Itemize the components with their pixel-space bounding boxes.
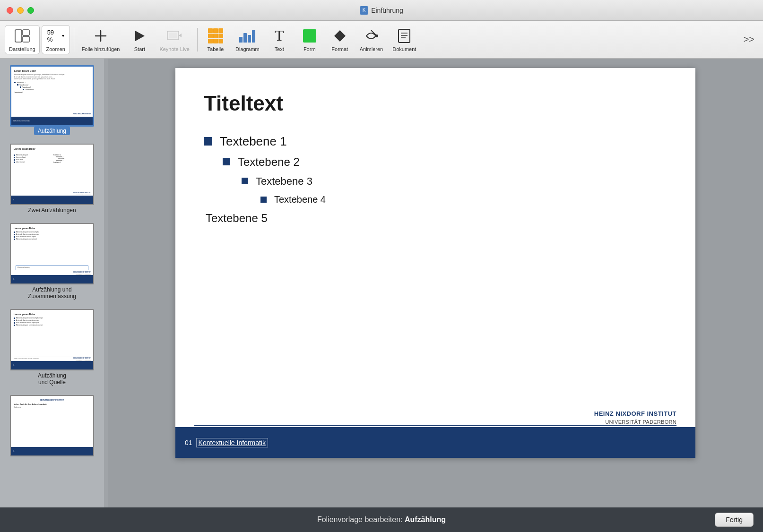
chart-label: Diagramm xyxy=(235,46,260,52)
animate-button[interactable]: Animieren xyxy=(356,25,387,55)
format-label: Format xyxy=(331,46,348,52)
svg-rect-1 xyxy=(23,30,29,35)
format-icon xyxy=(331,27,348,44)
chart-icon xyxy=(239,27,256,44)
slide-panel: Lorem Ipsum Dolor Maecenas aliquam maece… xyxy=(0,59,104,507)
bottom-bar: Folienvorlage bearbeiten: Aufzählung Fer… xyxy=(0,507,763,532)
svg-rect-7 xyxy=(169,33,177,38)
chart-button[interactable]: Diagramm xyxy=(232,25,263,55)
bullet-level5: Textebene 5 xyxy=(204,212,667,225)
bullet-square-3 xyxy=(242,178,248,184)
slide-thumb-frame-5: HEINZ NIXDORF INSTITUT Vielen Dank für I… xyxy=(10,395,94,456)
more-button[interactable]: >> xyxy=(740,32,758,47)
document-label: Dokument xyxy=(392,46,416,52)
canvas-area[interactable]: Titeltext Textebene 1 Textebene 2 Texteb… xyxy=(108,59,763,507)
bottom-bar-label: Folienvorlage bearbeiten: Aufzählung xyxy=(317,515,446,524)
svg-rect-2 xyxy=(23,36,29,42)
darstellung-label: Darstellung xyxy=(9,46,35,52)
divider-2 xyxy=(197,28,198,51)
table-icon xyxy=(207,27,224,44)
document-button[interactable]: Dokument xyxy=(389,25,420,55)
text-label: Text xyxy=(275,46,284,52)
slide-2-label: Zwei Aufzählungen xyxy=(26,205,78,215)
window-title: K Einführung xyxy=(360,6,403,15)
format-button[interactable]: Format xyxy=(326,25,354,55)
svg-marker-8 xyxy=(179,34,182,37)
document-icon xyxy=(396,27,413,44)
slide-thumb-frame-1: Lorem Ipsum Dolor Maecenas aliquam maece… xyxy=(10,65,94,127)
footer-link[interactable]: Kontextuelle Informatik xyxy=(196,438,268,447)
zoom-button[interactable]: 59 % ▾ Zoomen xyxy=(42,25,70,54)
zoom-label: Zoomen xyxy=(46,46,65,52)
slide-thumbnail-5[interactable]: HEINZ NIXDORF INSTITUT Vielen Dank für I… xyxy=(0,392,104,462)
keynote-live-label: Keynote Live xyxy=(159,46,190,52)
svg-point-9 xyxy=(375,34,378,37)
sidebar-resize-handle[interactable] xyxy=(104,59,108,507)
bullet-square-4 xyxy=(260,197,267,203)
svg-rect-0 xyxy=(15,30,22,42)
close-button[interactable] xyxy=(7,7,13,14)
keynote-live-button: Keynote Live xyxy=(156,25,193,55)
slide-thumb-frame-4: Lorem Ipsum Dolor Maecenas aliquam maece… xyxy=(10,309,94,370)
add-slide-icon xyxy=(92,27,109,44)
maximize-button[interactable] xyxy=(27,7,34,14)
slide-footer: 01 Kontextuelle Informatik xyxy=(175,427,695,458)
minimize-button[interactable] xyxy=(17,7,24,14)
window-controls xyxy=(7,7,34,14)
bullet-level3: Textebene 3 xyxy=(242,175,667,188)
zoom-icon: 59 % ▾ xyxy=(47,27,64,44)
bullet-square-2 xyxy=(223,158,230,165)
slide-thumbnail-4[interactable]: Lorem Ipsum Dolor Maecenas aliquam maece… xyxy=(0,306,104,389)
toolbar: Darstellung 59 % ▾ Zoomen Folie hinzufüg… xyxy=(0,21,763,59)
table-label: Tabelle xyxy=(208,46,224,52)
hni-logo: HEINZ NIXDORF INSTITUT UNIVERSITÄT PADER… xyxy=(594,410,676,426)
form-label: Form xyxy=(303,46,316,52)
table-button[interactable]: Tabelle xyxy=(201,25,230,55)
keynote-live-icon xyxy=(166,27,183,44)
animate-icon xyxy=(363,27,380,44)
bullet-level4: Textebene 4 xyxy=(260,194,667,205)
slide-1-label: Aufzählung xyxy=(34,127,70,135)
animate-label: Animieren xyxy=(360,46,383,52)
bullet-level1: Textebene 1 xyxy=(204,134,667,149)
slide-3-label: Aufzählung und Zusammenfassung xyxy=(26,284,78,300)
slide-thumbnail-3[interactable]: Lorem Ipsum Dolor Maecenas aliquam maece… xyxy=(0,220,104,303)
app-icon: K xyxy=(360,6,368,15)
start-icon xyxy=(131,27,148,44)
divider-1 xyxy=(74,28,74,51)
bullet-list: Textebene 1 Textebene 2 Textebene 3 Text… xyxy=(204,134,667,205)
svg-rect-10 xyxy=(399,29,410,43)
text-icon: T xyxy=(271,27,288,44)
slide-thumb-frame-2: Lorem Ipsum Dolor Maecenas aliquam lorem… xyxy=(10,144,94,205)
add-slide-button[interactable]: Folie hinzufügen xyxy=(78,25,124,55)
form-icon xyxy=(301,27,318,44)
add-slide-label: Folie hinzufügen xyxy=(82,46,120,52)
slide-thumb-frame-3: Lorem Ipsum Dolor Maecenas aliquam maece… xyxy=(10,223,94,284)
svg-marker-5 xyxy=(135,31,145,41)
form-button[interactable]: Form xyxy=(295,25,324,55)
slide-5-label xyxy=(50,456,54,459)
slide-thumbnail-2[interactable]: Lorem Ipsum Dolor Maecenas aliquam lorem… xyxy=(0,141,104,217)
titlebar: K Einführung xyxy=(0,0,763,21)
darstellung-button[interactable]: Darstellung xyxy=(5,25,40,54)
bullet-square-1 xyxy=(204,137,212,146)
slide-4-label: Aufzählung und Quelle xyxy=(36,370,68,386)
slide-thumbnail-1[interactable]: Lorem Ipsum Dolor Maecenas aliquam maece… xyxy=(0,62,104,138)
done-button[interactable]: Fertig xyxy=(715,513,754,527)
darstellung-icon xyxy=(14,27,31,44)
main-content: Lorem Ipsum Dolor Maecenas aliquam maece… xyxy=(0,59,763,507)
start-button[interactable]: Start xyxy=(125,25,154,55)
main-slide: Titeltext Textebene 1 Textebene 2 Texteb… xyxy=(175,68,695,458)
slide-title: Titeltext xyxy=(204,92,667,115)
text-button[interactable]: T Text xyxy=(265,25,294,55)
bullet-level2: Textebene 2 xyxy=(223,155,667,169)
start-label: Start xyxy=(134,46,145,52)
